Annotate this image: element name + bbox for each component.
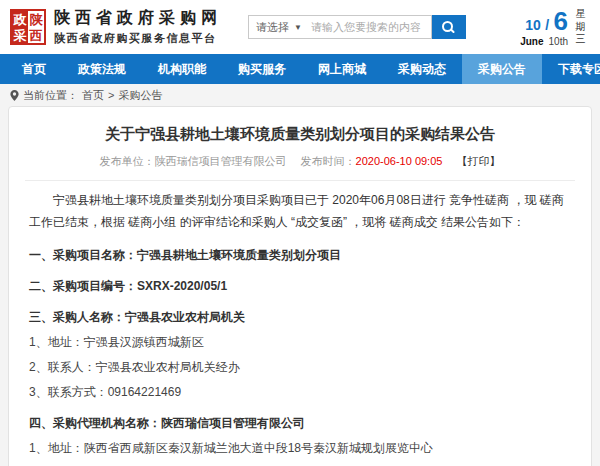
section-item: 1、地址：陕西省西咸新区秦汉新城兰池大道中段18号秦汉新城规划展览中心 (29, 439, 571, 457)
section-item: 1、地址：宁强县汉源镇西城新区 (29, 333, 571, 351)
search-category-label: 请选择 (256, 20, 289, 35)
breadcrumb-home[interactable]: 首页 (82, 88, 104, 103)
logo-text: 陕西省政府采购网 陕西省政府购买服务信息平台 (54, 8, 222, 46)
site-header: 政 陕 采 西 陕西省政府采购网 陕西省政府购买服务信息平台 请选择 ▼ (0, 0, 600, 54)
date-day-number: 6 (554, 6, 568, 36)
page-title: 关于宁强县耕地土壤环境质量类别划分项目的采购结果公告 (23, 125, 577, 144)
article-meta: 发布单位：陕西瑞信项目管理有限公司发布时间：2020-06-10 09:05【打… (23, 154, 577, 169)
location-pin-icon (10, 90, 19, 101)
section-heading: 三、采购人名称：宁强县农业农村局机关 (29, 308, 571, 326)
breadcrumb-separator: > (108, 89, 114, 101)
search-category-select[interactable]: 请选择 ▼ (249, 16, 309, 38)
seal-char: 政 (12, 11, 28, 27)
nav-item-downloads[interactable]: 下载专区 (542, 54, 600, 84)
date-weekday: 星期三 (575, 8, 586, 46)
intro-paragraph: 宁强县耕地土壤环境质量类别划分项目采购项目已于 2020年06月08日进行 竞争… (29, 189, 571, 233)
nav-item-policy[interactable]: 政策法规 (62, 54, 142, 84)
publisher-label: 发布单位： (100, 155, 155, 167)
date-month-number: 10 (525, 17, 541, 33)
breadcrumb-current[interactable]: 采购公告 (118, 88, 162, 103)
site-logo[interactable]: 政 陕 采 西 陕西省政府采购网 陕西省政府购买服务信息平台 (10, 8, 222, 46)
site-subtitle: 陕西省政府购买服务信息平台 (54, 31, 222, 46)
publisher-value: 陕西瑞信项目管理有限公司 (155, 155, 287, 167)
section-item: 2、联系人：宁强县农业农村局机关经办 (29, 358, 571, 376)
breadcrumb: 当前位置： 首页 > 采购公告 (0, 84, 600, 104)
search-input[interactable] (309, 16, 431, 38)
section-heading: 一、采购项目名称：宁强县耕地土壤环境质量类别划分项目 (29, 246, 571, 264)
date-month-en: June (520, 36, 543, 47)
nav-item-announcements[interactable]: 采购公告 (462, 54, 542, 84)
date-day-en: 10th (549, 36, 568, 47)
date-slash: / (545, 17, 549, 33)
section-heading: 四、采购代理机构名称：陕西瑞信项目管理有限公司 (29, 414, 571, 432)
nav-item-home[interactable]: 首页 (6, 54, 62, 84)
search-icon (442, 21, 455, 34)
divider (25, 180, 575, 181)
article-sections: 一、采购项目名称：宁强县耕地土壤环境质量类别划分项目二、采购项目编号：SXRX-… (23, 246, 577, 466)
site-title: 陕西省政府采购网 (54, 8, 222, 29)
date-widget: 10 / 6 June10th 星期三 (520, 8, 590, 47)
announcement-card: 关于宁强县耕地土壤环境质量类别划分项目的采购结果公告 发布单位：陕西瑞信项目管理… (8, 106, 592, 466)
section-heading: 二、采购项目编号：SXRX-2020/05/1 (29, 277, 571, 295)
main-nav: 首页政策法规机构职能购买服务网上商城采购动态采购公告下载专区办事指南 (0, 54, 600, 84)
search-box: 请选择 ▼ (248, 15, 432, 39)
section-item: 3、联系方式：09164221469 (29, 383, 571, 401)
nav-item-org[interactable]: 机构职能 (142, 54, 222, 84)
search-bar: 请选择 ▼ (248, 15, 466, 39)
seal-char: 西 (28, 27, 44, 43)
chevron-down-icon: ▼ (294, 23, 302, 32)
publish-time-value: 2020-06-10 09:05 (356, 155, 443, 167)
date-english: June10th (520, 36, 568, 47)
page: 政 陕 采 西 陕西省政府采购网 陕西省政府购买服务信息平台 请选择 ▼ (0, 0, 600, 466)
nav-item-online-mall[interactable]: 网上商城 (302, 54, 382, 84)
seal-logo: 政 陕 采 西 (10, 9, 46, 45)
seal-char: 采 (12, 27, 28, 43)
nav-item-news[interactable]: 采购动态 (382, 54, 462, 84)
search-button[interactable] (432, 15, 466, 39)
print-button[interactable]: 【打印】 (456, 155, 500, 167)
breadcrumb-label: 当前位置： (23, 88, 78, 103)
nav-item-purchase-service[interactable]: 购买服务 (222, 54, 302, 84)
publish-time-label: 发布时间： (301, 155, 356, 167)
date-numbers: 10 / 6 (520, 8, 568, 34)
seal-char: 陕 (28, 11, 44, 27)
